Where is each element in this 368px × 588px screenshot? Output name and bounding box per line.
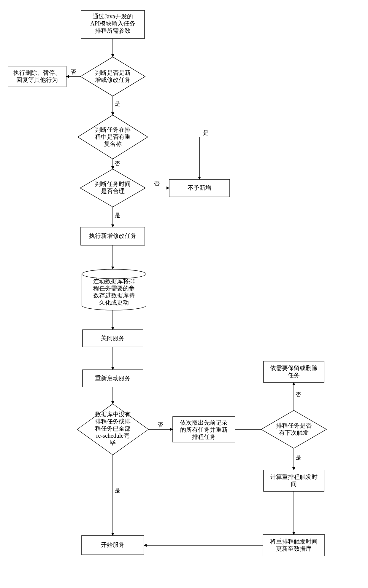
n4-l1: 判断任务在排 [95, 126, 131, 133]
n11-l5: 毕 [110, 439, 116, 446]
n2-l1: 判断是否是新 [95, 69, 131, 76]
n12-l3: 排程任务 [192, 434, 216, 440]
n4-l3: 复名称 [104, 141, 122, 147]
n5-l2: 是否合理 [101, 188, 125, 194]
lbl-n13-yes: 是 [296, 454, 301, 460]
n8-l3: 数存进数据库持 [93, 292, 135, 299]
n5-l1: 判断任务时间 [95, 181, 131, 187]
n4-l2: 程中是否有重 [95, 133, 131, 140]
n11-l1: 数据库中没有 [95, 411, 131, 418]
n1-l2: API模块输入任务 [90, 20, 135, 27]
n8-l4: 久化或更动 [99, 299, 129, 306]
n14-l2: 任务 [288, 372, 300, 378]
lbl-n5-no: 否 [154, 180, 160, 187]
n9-l1: 关闭服务 [101, 335, 125, 341]
n11-l4: re-schedule完 [96, 432, 129, 439]
n12-l1: 依次取出先前记录 [180, 419, 228, 426]
n11-l3: 程任务已全部 [95, 425, 131, 432]
n6-l1: 不予新增 [188, 184, 211, 191]
lbl-n2-yes: 是 [115, 101, 120, 107]
n16-l1: 将重排程触发时间 [270, 538, 318, 545]
n3-l2: 回复等其他行为 [16, 77, 58, 83]
n13-l2: 有下次触发 [279, 429, 309, 436]
lbl-n13-no: 否 [296, 391, 301, 398]
n1-l3: 排程所需参数 [95, 27, 131, 34]
n8-l1: 连动数据库将排 [93, 278, 135, 284]
n11-l2: 排程任务或排 [95, 418, 131, 425]
lbl-n11-no: 否 [158, 422, 163, 428]
lbl-n4-yes: 是 [203, 130, 209, 136]
n7-l1: 执行新增修改任务 [89, 232, 137, 239]
n12-l2: 的所有任务并重新 [180, 426, 228, 433]
lbl-n2-no: 否 [71, 69, 76, 75]
n10-l1: 重新启动服务 [95, 375, 131, 381]
lbl-n4-no: 否 [115, 160, 120, 167]
n3-l1: 执行删除、暂停、 [13, 69, 61, 76]
lbl-n5-yes: 是 [115, 212, 120, 218]
n15-l1: 计算重排程触发时 [270, 474, 318, 480]
n16-l2: 更新至数据库 [276, 545, 312, 552]
n1-l1: 通过Java开发的 [93, 13, 133, 20]
edge-n4-n6 [148, 137, 199, 179]
n14-l1: 依需要保留或删除 [270, 365, 318, 371]
n8-l2: 程任务需要的参 [93, 285, 135, 291]
n13-l1: 排程任务是否 [276, 422, 312, 429]
lbl-n11-yes: 是 [115, 487, 120, 493]
n2-l2: 增或修改任务 [95, 77, 131, 83]
n17-l1: 开始服务 [101, 541, 125, 548]
n15-l2: 间 [291, 481, 297, 487]
